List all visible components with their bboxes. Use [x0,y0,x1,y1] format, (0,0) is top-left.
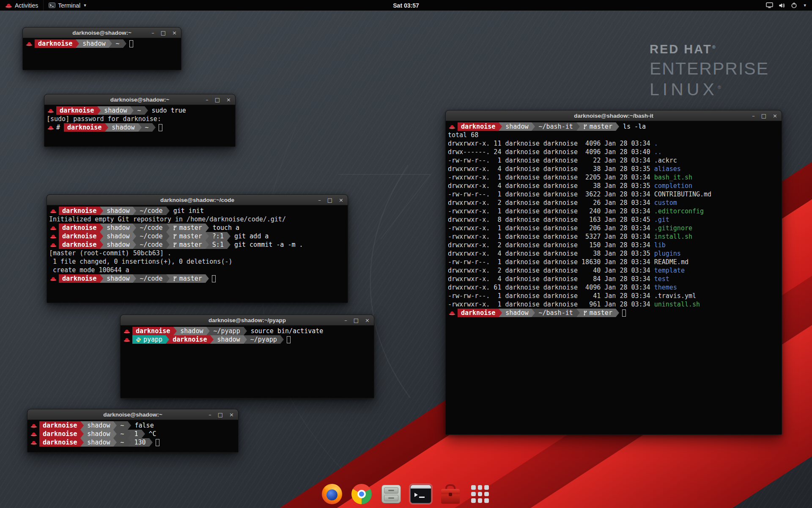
powerline-arrow-icon [280,335,284,344]
minimize-button[interactable]: – [208,412,211,417]
terminal-text: template [654,266,685,275]
maximize-button[interactable]: □ [327,197,332,203]
git-branch-icon [583,310,587,316]
minimize-button[interactable]: – [151,30,154,36]
window-title: darknoise@shadow:~/code [160,197,234,203]
prompt-segment-host: shadow [103,207,133,215]
terminal-line: darknoiseshadow~/bash-itmaster ls -la [448,122,779,131]
terminal-line: darknoiseshadow~/codemaster [49,274,346,283]
dock-chrome-icon[interactable] [349,482,374,506]
terminal-cursor [287,336,291,343]
powerline-arrow-icon [128,430,131,438]
prompt-segment-git: master [170,232,206,240]
chevron-down-icon: ▾ [84,3,86,8]
powerline-arrow-icon [166,207,170,215]
powerline-arrow-icon [128,421,131,430]
terminal-text: drwx------. 24 darknoise darknoise 4096 … [448,148,654,156]
close-button[interactable]: × [226,97,231,102]
close-button[interactable]: × [339,197,343,203]
terminal-text: .editorconfig [654,207,704,215]
terminal-content[interactable]: darknoiseshadow~/pyapp source bin/activa… [121,326,374,398]
window-title: darknoise@shadow:~/bash-it [574,113,653,119]
clock[interactable]: Sat 03:57 [393,2,419,9]
terminal-cursor [129,40,133,47]
terminal-text: drwxrwxr-x. 8 darknoise darknoise 163 Ja… [448,215,654,224]
terminal-content[interactable]: darknoiseshadow~/code git initInitialize… [47,205,348,303]
prompt-segment-venv: pyapp [132,335,166,344]
terminal-text: .ackrc [654,156,677,165]
dock-terminal-icon[interactable] [409,482,433,506]
window-titlebar[interactable]: darknoise@shadow:~/code–□× [47,195,348,205]
terminal-text: aliases [654,165,681,173]
prompt-segment-user: darknoise [59,274,100,283]
terminal-content[interactable]: darknoiseshadow~ falsedarknoiseshadow~1 … [27,420,238,452]
terminal-content[interactable]: darknoiseshadow~/bash-itmaster ls -latot… [446,121,782,434]
terminal-text: drwxrwxr-x. 4 darknoise darknoise 38 Jan… [448,182,654,190]
terminal-text: themes [654,283,677,292]
terminal-text: -rw-rw-r--. 1 darknoise darknoise 41 Jan… [448,292,654,300]
powerline-arrow-icon [576,309,580,317]
window-titlebar[interactable]: darknoise@shadow:~/pyapp–□× [121,315,374,326]
maximize-button[interactable]: □ [218,412,223,417]
prompt-segment-host: shadow [502,122,532,131]
prompt-segment-path: ~ [117,438,127,447]
maximize-button[interactable]: □ [761,113,766,119]
prompt-segment-user: darknoise [169,335,210,344]
terminal-line: -rw-rw-r--. 1 darknoise darknoise 22 Jan… [448,156,779,165]
prompt-segment-user: darknoise [59,207,100,215]
window-titlebar[interactable]: darknoise@shadow:~–□× [44,94,235,105]
terminal-line: -rwxrwxr-x. 1 darknoise darknoise 206 Ja… [448,224,779,232]
terminal-text: sudo true [148,106,186,115]
prompt-segment-host: shadow [103,240,133,249]
terminal-line: drwx------. 24 darknoise darknoise 4096 … [448,148,779,156]
minimize-button[interactable]: – [318,197,321,203]
powerline-arrow-icon [113,421,117,430]
dock-firefox-icon[interactable] [320,482,344,506]
window-titlebar[interactable]: darknoise@shadow:~/bash-it–□× [446,110,782,121]
maximize-button[interactable]: □ [354,318,359,323]
maximize-button[interactable]: □ [161,30,166,36]
terminal-text: bash_it.sh [654,173,692,182]
git-branch-icon [173,234,177,239]
terminal-line: -rw-rw-r--. 1 darknoise darknoise 3622 J… [448,190,779,199]
dock-files-icon[interactable] [379,482,403,506]
powerline-arrow-icon [142,430,145,438]
app-menu-terminal[interactable]: Terminal ▾ [44,0,91,11]
terminal-line: [master (root-commit) 50bcb63] . [49,249,346,257]
close-button[interactable]: × [229,412,234,417]
python-icon [136,337,141,342]
git-branch-icon [173,242,177,248]
close-button[interactable]: × [773,113,777,119]
dock-toolbox-icon[interactable] [438,482,463,506]
prompt-segment-host: shadow [103,232,133,240]
powerline-arrow-icon [499,122,502,131]
prompt-segment-host: shadow [103,224,133,232]
terminal-text: CONTRIBUTING.md [654,190,711,199]
redhat-icon [50,209,57,213]
terminal-window-sudo: darknoise@shadow:~–□×darknoiseshadow~ su… [44,94,236,147]
powerline-arrow-icon [206,232,209,240]
activities-button[interactable]: Activities [0,0,44,11]
maximize-button[interactable]: □ [215,97,220,102]
minimize-button[interactable]: – [752,113,755,119]
minimize-button[interactable]: – [206,97,208,102]
prompt-segment-stat: ?:1 [209,232,227,240]
terminal-content[interactable]: darknoiseshadow~ sudo true[sudo] passwor… [44,105,235,146]
close-button[interactable]: × [365,318,370,323]
prompt-segment-path: ~/code [136,274,166,283]
powerline-arrow-icon [128,438,131,447]
terminal-line: create mode 100644 a [49,266,346,274]
powerline-arrow-icon [152,123,156,132]
redhat-icon [30,423,37,428]
window-titlebar[interactable]: darknoise@shadow:~–□× [23,28,181,38]
prompt-segment-user: darknoise [56,106,97,115]
terminal-text: drwxrwxr-x. 2 darknoise darknoise 26 Jan… [448,199,654,207]
powerline-arrow-icon [100,232,103,240]
window-titlebar[interactable]: darknoise@shadow:~–□× [27,409,238,420]
dock-app-grid-icon[interactable] [468,482,492,506]
minimize-button[interactable]: – [344,318,347,323]
close-button[interactable]: × [172,30,177,36]
terminal-content[interactable]: darknoiseshadow~ [23,38,181,70]
system-status-area[interactable]: ▾ [760,0,812,11]
powerline-arrow-icon [133,207,136,215]
